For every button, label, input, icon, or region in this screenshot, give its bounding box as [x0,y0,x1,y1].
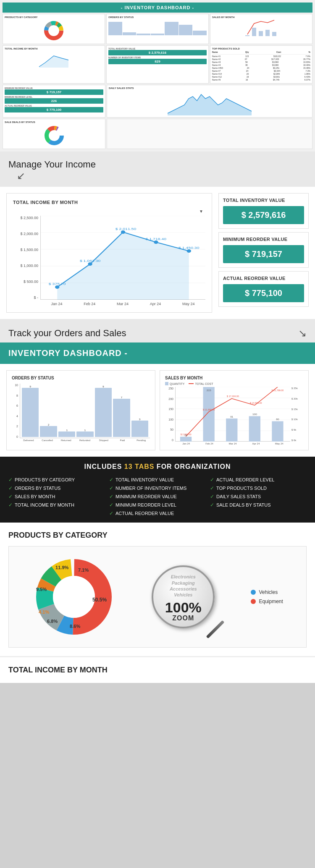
inv-dash-header: INVENTORY DASHBOARD - [0,342,315,364]
svg-rect-42 [180,437,192,442]
svg-text:215: 215 [207,389,211,392]
products-legend: Vehicles Equipment [251,589,283,604]
inv-dashboard-section: INVENTORY DASHBOARD - ORDERS BY STATUS 1… [0,342,315,457]
svg-text:$ 14,503.00: $ 14,503.00 [250,402,262,404]
bar-returned: 1 [58,429,75,437]
tab-actual-reorder-val: ✓ACTUAL REORDER VALUE [109,510,206,516]
mini-actual-reorder: $ 775,100 [5,107,103,112]
tab-empty-2 [210,510,307,516]
bar-cancelled: 2 [40,424,57,437]
svg-marker-13 [39,56,68,68]
svg-rect-44 [226,418,237,442]
x-label-feb: Feb 24 [84,302,95,306]
svg-text:19: 19 [184,434,188,437]
zoom-badge: ElectronicsPackagingAccessoriesVehicles … [152,565,215,628]
svg-point-28 [88,262,92,266]
bar-delivered: 9 [22,385,39,437]
sales-chart-title: SALES BY MONTH [165,376,303,380]
mini-income-label: TOTAL INCOME BY MONTH [5,47,103,50]
svg-text:$ 21,799.00: $ 21,799.00 [272,389,284,392]
mini-min-reorder: $ 719,157 [5,89,103,95]
tab-min-reorder-val: ✓MINIMUM REORDER VALUE [109,494,206,499]
svg-text:$ 375.70: $ 375.70 [49,282,66,286]
svg-point-30 [154,241,158,244]
min-reorder-value-box: MINIMUM REORDER VALUE $ 719,157 [218,232,309,268]
tab-min-reorder-lvl: ✓MINIMUM REORDER LEVEL [109,502,206,508]
actual-reorder-value-box: ACTUAL REORDER VALUE $ 775,100 [218,271,309,307]
svg-text:$ 1,450.30: $ 1,450.30 [178,246,199,250]
mini-total-inv-value: $ 2,579,616 [108,50,207,55]
svg-rect-45 [249,416,260,442]
mini-sales-label: SALES BY MONTH [212,16,310,18]
y-label-0: $ - [13,295,38,300]
mini-dash-header: - INVENTORY DASHBOARD - [3,3,312,13]
mini-sales-cell: SALES BY MONTH [210,14,312,44]
tab-products-category: ✓PRODUCTS BY CATEGORY [8,477,105,483]
mini-sale-deals-cell: SALE DEALS BY STATUS [3,119,105,149]
x-label-may: May 24 [182,302,195,306]
mini-min-reorder-lvl: 226 [5,98,103,104]
track-orders-title: Track your Orders and Sales [8,328,126,339]
svg-point-29 [121,230,125,234]
tab-sales-month: ✓SALES BY MONTH [8,494,105,499]
products-category-section: PRODUCTS BY CATEGORY 7.1% 11.9% 9.5% 4.1… [0,523,315,656]
svg-rect-10 [259,31,263,36]
svg-rect-8 [245,35,249,36]
svg-point-27 [55,285,59,289]
svg-rect-9 [252,28,256,36]
mini-orders-label: ORDERS BY STATUS [108,16,207,18]
curved-arrow-icon: ↙ [17,170,307,182]
mini-products-cell: PRODUCTS BY CATEGORY [3,14,105,44]
tab-num-inv-items: ✓NUMBER OF INVENTORY ITEMS [109,485,206,491]
svg-rect-46 [272,421,283,442]
svg-rect-43 [203,387,215,442]
total-inv-value-label: TOTAL INVENTORY VALUE [223,198,304,203]
mini-products-label: PRODUCTS BY CATEGORY [5,16,103,18]
track-orders-section: Track your Orders and Sales ↘ [0,319,315,342]
products-category-title: PRODUCTS BY CATEGORY [8,531,307,540]
tab-total-inv-value: ✓TOTAL INVENTORY VALUE [109,477,206,483]
curved-arrow-right-icon: ↘ [298,327,307,339]
tabs-section: INCLUDES 13 TABS FOR ORGANIZATION ✓PRODU… [0,457,315,523]
tab-total-income-month: ✓TOTAL INCOME BY MONTH [8,502,105,508]
chart-filter-icon[interactable]: ▼ [199,209,203,214]
tabs-title: INCLUDES 13 TABS FOR ORGANIZATION [8,463,307,471]
mini-placeholder-cell [107,119,312,149]
mini-inventory-cell: TOTAL INVENTORY VALUE $ 2,579,616 NUMBER… [106,45,209,84]
x-label-jan: Jan 24 [51,302,62,306]
mini-inv-items: 829 [108,59,207,64]
income-stats-panel: TOTAL INVENTORY VALUE $ 2,579,616 MINIMU… [218,193,309,313]
tabs-count: 13 TABS [124,463,155,470]
zoom-label: ZOOM [172,614,194,622]
manage-income-section: Manage Your Income ↙ [0,152,315,187]
y-label-4: $ 2,000.00 [13,232,38,236]
orders-chart-title: ORDERS BY STATUS [12,376,150,380]
svg-point-31 [187,249,191,253]
mini-reorder-cell: MINIMUM REORDER VALUE $ 719,157 MINIMUM … [3,85,105,118]
svg-text:$ 2,011.50: $ 2,011.50 [116,227,136,231]
svg-text:80: 80 [276,418,279,421]
svg-marker-26 [57,232,189,300]
income-chart-panel: TOTAL INCOME BY MONTH ▼ $ 2,500.00 $ 2,0… [6,193,212,313]
svg-rect-11 [265,30,270,36]
y-label-5: $ 2,500.00 [13,216,38,220]
bar-shipped: 9 [95,385,112,437]
svg-text:$ 1,061.30: $ 1,061.30 [80,259,100,263]
bar-pending: 3 [131,418,148,437]
tab-actual-reorder-lvl: ✓ACTUAL REORDER LEVEL [210,477,307,483]
y-label-3: $ 1,500.00 [13,248,38,252]
svg-text:$ 1,718.40: $ 1,718.40 [146,237,166,241]
orders-chart-panel: ORDERS BY STATUS 1086420 9 2 [6,370,155,450]
legend-cost: TOTAL COST [195,382,213,385]
svg-text:$ 11,900.00: $ 11,900.00 [203,408,215,411]
mini-dashboard: - INVENTORY DASHBOARD - PRODUCTS BY CATE… [0,0,315,152]
zoom-percent: 100% [165,600,202,614]
mini-daily-sales-cell: DAILY SALES STATS [107,85,312,118]
sales-chart-panel: SALES BY MONTH QUANTITY TOTAL COST 25020… [160,370,309,450]
svg-rect-12 [272,32,276,36]
x-label-apr: Apr 24 [150,302,161,306]
svg-point-64 [53,576,95,618]
svg-point-20 [51,132,58,139]
mini-orders-cell: ORDERS BY STATUS [106,14,209,44]
tab-daily-sales: ✓DAILY SALES STATS [210,494,307,499]
